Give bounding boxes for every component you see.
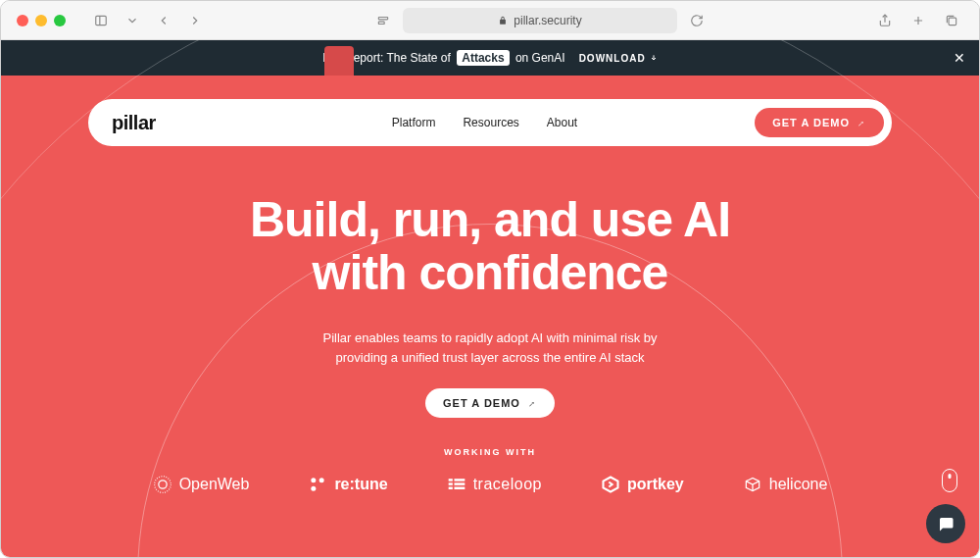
sidebar-toggle-button[interactable] (89, 9, 113, 32)
traceloop-icon (447, 475, 466, 494)
partners-label: WORKING WITH (1, 447, 979, 457)
tabs-button[interactable] (940, 9, 963, 32)
svg-point-10 (154, 477, 171, 493)
svg-rect-19 (454, 487, 465, 490)
svg-point-12 (319, 478, 324, 482)
svg-rect-14 (448, 479, 452, 482)
forward-button[interactable] (183, 9, 207, 32)
refresh-button[interactable] (685, 9, 709, 32)
window-fullscreen-button[interactable] (54, 15, 66, 26)
svg-point-13 (312, 486, 317, 491)
logo-helicone: helicone (743, 475, 828, 494)
svg-rect-17 (454, 482, 465, 485)
chat-widget-button[interactable] (926, 504, 965, 543)
logo-retune: re:tune (308, 475, 387, 494)
svg-rect-15 (454, 479, 465, 482)
svg-rect-16 (448, 482, 452, 485)
hero-subtitle: Pillar enables teams to rapidly adopt AI… (1, 329, 979, 367)
logo-openweb: OpenWeb (153, 475, 250, 494)
address-bar[interactable]: pillar.security (403, 8, 677, 33)
close-icon[interactable]: ✕ (954, 50, 965, 66)
partner-logos: OpenWeb re:tune traceloop portkey (1, 475, 979, 494)
logo-portkey: portkey (601, 475, 684, 494)
arrow-icon: → (524, 395, 540, 411)
hero-headline: Build, run, and use AI with confidence (1, 193, 979, 299)
text-size-button[interactable] (371, 9, 395, 32)
logo-traceloop: traceloop (447, 475, 542, 494)
helicone-icon (743, 475, 762, 494)
url-text: pillar.security (514, 14, 581, 27)
lock-icon (498, 16, 508, 25)
retune-icon (308, 475, 327, 494)
dropdown-icon[interactable] (121, 9, 144, 32)
get-demo-button-hero[interactable]: GET A DEMO → (425, 388, 555, 418)
svg-point-9 (158, 481, 166, 488)
back-button[interactable] (152, 9, 175, 32)
new-tab-button[interactable] (906, 9, 930, 32)
browser-toolbar: pillar.security (1, 1, 979, 40)
svg-point-11 (312, 478, 317, 482)
svg-rect-0 (96, 16, 107, 25)
portkey-icon (601, 475, 620, 494)
share-button[interactable] (873, 9, 897, 32)
scroll-indicator (942, 469, 957, 492)
window-minimize-button[interactable] (35, 15, 47, 26)
svg-rect-7 (949, 18, 956, 25)
svg-rect-2 (378, 17, 387, 19)
chat-icon (937, 515, 955, 533)
window-close-button[interactable] (17, 15, 28, 26)
openweb-icon (153, 475, 172, 494)
svg-rect-3 (378, 22, 384, 24)
svg-rect-18 (448, 487, 452, 490)
